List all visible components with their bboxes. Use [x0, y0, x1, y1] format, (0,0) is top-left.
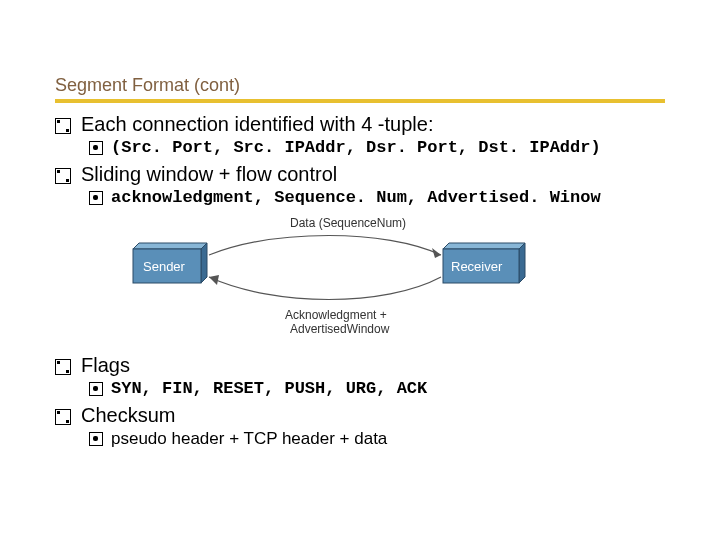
- receiver-box-side: [519, 243, 525, 283]
- bullet-3-sub: SYN, FIN, RESET, PUSH, URG, ACK: [89, 379, 665, 398]
- data-arrowhead: [432, 248, 441, 258]
- diagram-svg: Data (SequenceNum) Sender Receiver Ackno…: [125, 215, 545, 340]
- bullet-icon: [55, 359, 71, 375]
- subbullet-icon: [89, 191, 103, 205]
- bullet-1-sub-text: (Src. Port, Src. IPAddr, Dsr. Port, Dst.…: [111, 138, 601, 157]
- diagram-bottom-label-2: AdvertisedWindow: [290, 322, 390, 336]
- data-arrow: [209, 236, 441, 256]
- diagram-top-label: Data (SequenceNum): [290, 216, 406, 230]
- bullet-icon: [55, 118, 71, 134]
- bullet-2-text: Sliding window + flow control: [81, 163, 337, 186]
- sender-box-top: [133, 243, 207, 249]
- bullet-4-sub: pseudo header + TCP header + data: [89, 429, 665, 449]
- slide-title: Segment Format (cont): [55, 75, 665, 96]
- bullet-2-sub: acknowledgment, Sequence. Num, Advertise…: [89, 188, 665, 207]
- bullet-3-text: Flags: [81, 354, 130, 377]
- tcp-diagram: Data (SequenceNum) Sender Receiver Ackno…: [125, 215, 665, 340]
- receiver-label: Receiver: [451, 259, 503, 274]
- bullet-3-sub-text: SYN, FIN, RESET, PUSH, URG, ACK: [111, 379, 427, 398]
- subbullet-icon: [89, 432, 103, 446]
- bullet-1: Each connection identified with 4 -tuple…: [55, 113, 665, 136]
- bullet-1-text: Each connection identified with 4 -tuple…: [81, 113, 433, 136]
- bullet-4-sub-text: pseudo header + TCP header + data: [111, 429, 387, 449]
- bullet-1-sub: (Src. Port, Src. IPAddr, Dsr. Port, Dst.…: [89, 138, 665, 157]
- ack-arrowhead: [209, 275, 219, 285]
- subbullet-icon: [89, 382, 103, 396]
- diagram-bottom-label-1: Acknowledgment +: [285, 308, 387, 322]
- bullet-2: Sliding window + flow control: [55, 163, 665, 186]
- bullet-3: Flags: [55, 354, 665, 377]
- receiver-box-top: [443, 243, 525, 249]
- ack-arrow: [209, 277, 441, 300]
- bullet-2-sub-text: acknowledgment, Sequence. Num, Advertise…: [111, 188, 601, 207]
- title-underline: [55, 99, 665, 103]
- slide: Segment Format (cont) Each connection id…: [0, 0, 720, 485]
- bullet-4-text: Checksum: [81, 404, 175, 427]
- bullet-icon: [55, 168, 71, 184]
- subbullet-icon: [89, 141, 103, 155]
- sender-label: Sender: [143, 259, 186, 274]
- sender-box-side: [201, 243, 207, 283]
- bullet-icon: [55, 409, 71, 425]
- bullet-4: Checksum: [55, 404, 665, 427]
